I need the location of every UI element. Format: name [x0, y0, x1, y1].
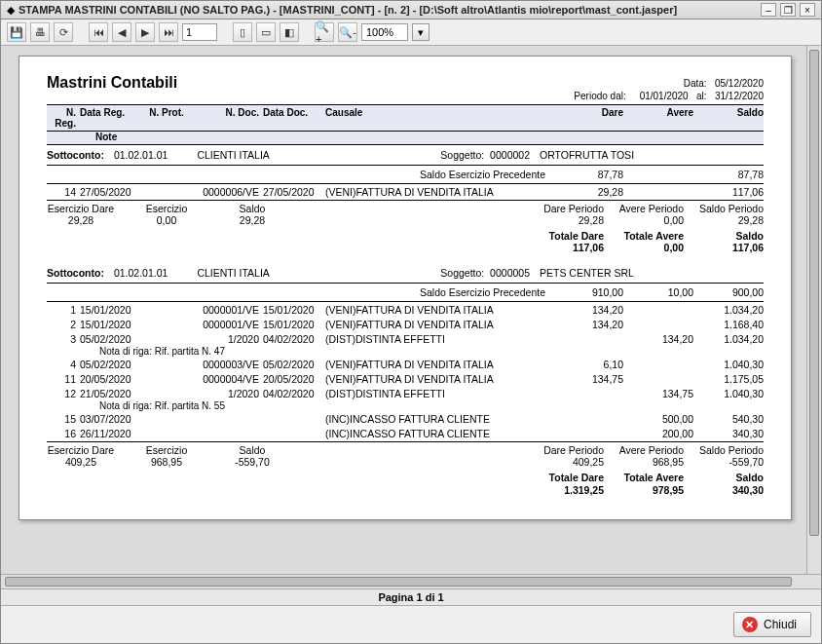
cell-saldo: 117,06: [693, 186, 764, 198]
cell-datadoc: 04/02/2020: [263, 388, 325, 399]
cell-avere: [623, 319, 693, 330]
last-page-button[interactable]: ⏭: [159, 22, 178, 42]
cell-ndoc: 0000004/VE: [189, 373, 263, 385]
avere-periodo: Avere Periodo0,00: [604, 203, 684, 227]
fit-width-button[interactable]: ◧: [280, 22, 299, 42]
col-saldo: Saldo: [693, 107, 764, 129]
close-circle-icon: ✕: [742, 617, 758, 632]
close-icon[interactable]: ×: [800, 3, 815, 17]
first-page-button[interactable]: ⏮: [89, 22, 108, 42]
soggetto-label: Soggetto: 0000002: [440, 149, 530, 161]
cell-datareg: 26/11/2020: [80, 428, 144, 439]
cell-ndoc: 0000001/VE: [189, 319, 263, 330]
nota-riga: Nota di riga: Rif. partita N. 55: [47, 400, 764, 411]
col-datadoc: Data Doc.: [263, 107, 325, 129]
close-button[interactable]: ✕ Chiudi: [733, 612, 811, 637]
cell-datadoc: 27/05/2020: [263, 186, 325, 198]
cell-nreg: 11: [47, 373, 80, 385]
cell-causale: (VENI)FATTURA DI VENDITA ITALIA: [325, 304, 553, 316]
cell-dare: [553, 413, 623, 425]
cell-nprot: [144, 373, 189, 385]
meta-data-label: Data:: [684, 78, 707, 89]
meta-al-label: al:: [696, 91, 707, 101]
zoom-out-button[interactable]: 🔍-: [338, 22, 357, 42]
cell-avere: 134,20: [623, 333, 693, 345]
next-page-button[interactable]: ▶: [135, 22, 155, 42]
avere-periodo: Avere Periodo968,95: [604, 444, 684, 469]
zoom-dropdown-button[interactable]: ▾: [412, 23, 430, 41]
vertical-scrollbar[interactable]: [806, 46, 821, 574]
cell-saldo: 340,30: [693, 428, 764, 439]
meta-data-value: 05/12/2020: [715, 78, 764, 89]
totali-row: Totale Dare117,06Totale Avere0,00Saldo11…: [47, 228, 764, 255]
sottoconto-code: 01.02.01.01: [114, 267, 168, 279]
cell-dare: [553, 388, 623, 399]
totali-row: Totale Dare1.319,25Totale Avere978,95Sal…: [47, 471, 764, 498]
table-row: 1503/07/2020(INC)INCASSO FATTURA CLIENTE…: [47, 411, 764, 426]
prev-page-button[interactable]: ◀: [112, 22, 131, 42]
cell-datadoc: [263, 428, 325, 439]
toolbar: 💾 🖶 ⟳ ⏮ ◀ ▶ ⏭ ▯ ▭ ◧ 🔍+ 🔍- 100% ▾: [1, 19, 821, 46]
cell-datareg: 27/05/2020: [80, 186, 144, 198]
table-row: 215/01/20200000001/VE15/01/2020(VENI)FAT…: [47, 317, 764, 331]
cell-datareg: 15/01/2020: [80, 319, 144, 330]
sottoconto-label: Sottoconto:: [47, 267, 104, 279]
maximize-icon[interactable]: ❐: [780, 3, 796, 17]
cell-nreg: 12: [47, 388, 80, 399]
refresh-button[interactable]: ⟳: [54, 22, 73, 42]
saldo-es: Saldo29,28: [218, 203, 286, 227]
page-number-input[interactable]: [182, 23, 217, 41]
table-row: 1427/05/20200000006/VE27/05/2020(VENI)FA…: [47, 184, 764, 199]
cell-datareg: 15/01/2020: [80, 304, 144, 316]
cell-saldo: 1.034,20: [693, 333, 764, 345]
report-viewer: Mastrini Contabili Data: 05/12/2020 Peri…: [1, 46, 821, 605]
cell-nreg: 3: [47, 333, 80, 345]
prev-saldo: 900,00: [693, 286, 764, 298]
nota-riga: Nota di riga: Rif. partita N. 47: [47, 346, 764, 357]
cell-nreg: 4: [47, 359, 80, 370]
cell-datadoc: 05/02/2020: [263, 359, 325, 370]
cell-dare: 29,28: [553, 186, 623, 198]
cell-nprot: [144, 319, 189, 330]
cell-ndoc: 0000003/VE: [189, 359, 263, 370]
cell-saldo: 1.034,20: [693, 304, 764, 316]
totale-avere: Totale Avere978,95: [604, 472, 684, 496]
cell-causale: (VENI)FATTURA DI VENDITA ITALIA: [325, 359, 553, 370]
print-button[interactable]: 🖶: [30, 22, 50, 42]
periodo-row: Esercizio Dare29,28Esercizio0,00Saldo29,…: [47, 201, 764, 228]
cell-saldo: 1.040,30: [693, 388, 764, 399]
saldo-prec-label: Saldo Esercizio Precedente: [47, 286, 553, 298]
cell-datadoc: 15/01/2020: [263, 319, 325, 330]
cell-datadoc: 20/05/2020: [263, 373, 325, 385]
zoom-value[interactable]: 100%: [361, 23, 408, 41]
soggetto-label: Soggetto: 0000005: [440, 267, 530, 279]
minimize-icon[interactable]: –: [761, 3, 776, 17]
fit-page-button[interactable]: ▭: [256, 22, 276, 42]
prev-avere: [623, 169, 693, 180]
sottoconto-row: Sottoconto:01.02.01.01CLIENTI ITALIASogg…: [47, 145, 764, 166]
cell-avere: [623, 373, 693, 385]
cell-dare: 134,20: [553, 304, 623, 316]
esercizio: Esercizio968,95: [132, 444, 201, 469]
actual-size-button[interactable]: ▯: [233, 22, 252, 42]
dare-periodo: Dare Periodo29,28: [524, 203, 604, 227]
cell-causale: (DIST)DISTINTA EFFETTI: [325, 388, 553, 399]
horizontal-scrollbar[interactable]: [1, 574, 821, 588]
sottoconto-row: Sottoconto:01.02.01.01CLIENTI ITALIASogg…: [47, 263, 764, 284]
totals-block: Esercizio Dare409,25Esercizio968,95Saldo…: [47, 441, 764, 497]
cell-ndoc: [189, 428, 263, 439]
prev-saldo: 87,78: [693, 169, 764, 180]
table-row: 1120/05/20200000004/VE20/05/2020(VENI)FA…: [47, 371, 764, 386]
page-canvas: Mastrini Contabili Data: 05/12/2020 Peri…: [1, 46, 821, 574]
cell-avere: [623, 359, 693, 370]
cell-nprot: [144, 186, 189, 198]
meta-period-label: Periodo dal:: [574, 91, 625, 101]
cell-avere: 200,00: [623, 428, 693, 439]
sottoconto-label: Sottoconto:: [47, 149, 104, 161]
zoom-in-button[interactable]: 🔍+: [315, 22, 334, 42]
dare-periodo: Dare Periodo409,25: [524, 444, 604, 469]
save-button[interactable]: 💾: [7, 22, 26, 42]
totale-dare: Totale Dare117,06: [524, 230, 604, 254]
cell-datareg: 05/02/2020: [80, 359, 144, 370]
saldo-prec-label: Saldo Esercizio Precedente: [47, 169, 553, 180]
